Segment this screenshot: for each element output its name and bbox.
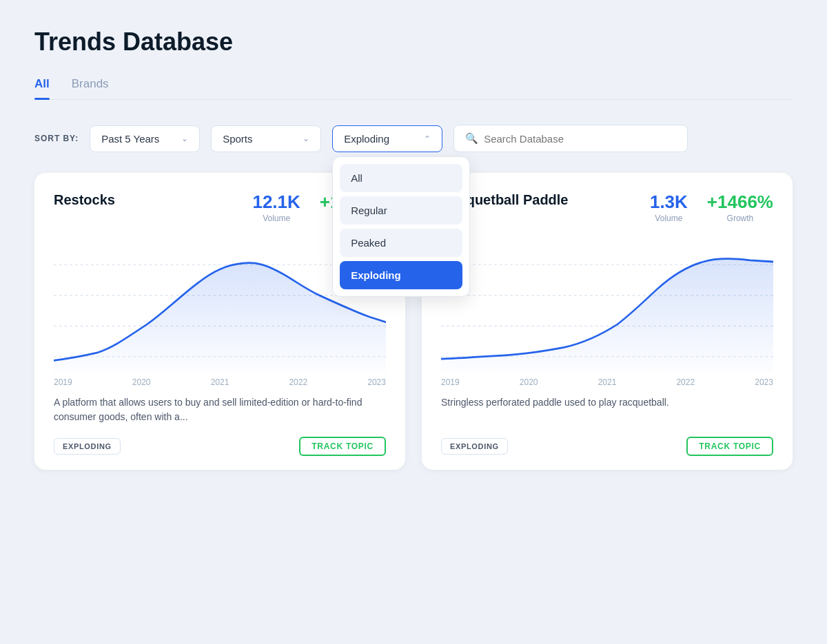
- time-filter[interactable]: Past 5 Years ⌄: [90, 125, 200, 152]
- volume-label: Volume: [650, 214, 688, 223]
- card-header: Racquetball Paddle 1.3K Volume +1466% Gr…: [441, 192, 773, 223]
- chevron-down-icon: ⌄: [181, 134, 188, 143]
- filters-bar: SORT BY: Past 5 Years ⌄ Sports ⌄ Explodi…: [34, 125, 793, 152]
- chart-year-label: 2020: [132, 377, 151, 387]
- chart-year-label: 2019: [441, 377, 460, 387]
- tab-all[interactable]: All: [34, 77, 50, 99]
- stat-growth: +1466% Growth: [707, 192, 773, 223]
- volume-value: 1.3K: [650, 192, 688, 212]
- chart-year-label: 2022: [676, 377, 695, 387]
- chart-labels-racquetball: 2019 2020 2021 2022 2023: [441, 377, 773, 387]
- card-description: A platform that allows users to buy and …: [54, 395, 386, 426]
- dropdown-item-peaked[interactable]: Peaked: [340, 229, 462, 257]
- trend-filter-wrapper: Exploding ⌄ All Regular Peaked Exploding: [332, 125, 442, 152]
- tabs-container: All Brands: [34, 77, 793, 100]
- chart-year-label: 2023: [367, 377, 386, 387]
- stat-volume: 1.3K Volume: [650, 192, 688, 223]
- chart-year-label: 2019: [54, 377, 72, 387]
- time-filter-value: Past 5 Years: [101, 133, 159, 145]
- chart-year-label: 2021: [211, 377, 229, 387]
- exploding-badge: EXPLODING: [54, 438, 121, 455]
- chart-racquetball: [441, 234, 773, 372]
- card-racquetball: Racquetball Paddle 1.3K Volume +1466% Gr…: [422, 173, 793, 470]
- card-footer: EXPLODING TRACK TOPIC: [54, 437, 386, 456]
- category-filter-value: Sports: [223, 133, 252, 145]
- dropdown-item-all[interactable]: All: [340, 164, 462, 192]
- trend-filter-value: Exploding: [344, 133, 389, 145]
- search-input[interactable]: [484, 133, 676, 145]
- growth-value: +1466%: [707, 192, 773, 212]
- volume-value: 12.1K: [252, 192, 300, 212]
- volume-label: Volume: [252, 214, 300, 223]
- chart-year-label: 2020: [520, 377, 538, 387]
- search-box[interactable]: 🔍: [453, 125, 688, 152]
- chart-labels-restocks: 2019 2020 2021 2022 2023: [54, 377, 386, 387]
- page-title: Trends Database: [34, 28, 793, 56]
- track-topic-button[interactable]: TRACK TOPIC: [686, 437, 773, 456]
- dropdown-item-regular[interactable]: Regular: [340, 196, 462, 225]
- card-description: Stringless perforated paddle used to pla…: [441, 395, 773, 426]
- track-topic-button[interactable]: TRACK TOPIC: [299, 437, 386, 456]
- dropdown-item-exploding[interactable]: Exploding: [340, 261, 462, 289]
- tab-brands[interactable]: Brands: [72, 77, 109, 99]
- stat-volume: 12.1K Volume: [252, 192, 300, 223]
- chevron-up-icon: ⌄: [424, 134, 431, 143]
- card-footer: EXPLODING TRACK TOPIC: [441, 437, 773, 456]
- search-icon: 🔍: [465, 132, 478, 145]
- chart-year-label: 2023: [755, 377, 773, 387]
- sort-label: SORT BY:: [34, 134, 79, 143]
- card-title: Restocks: [54, 192, 115, 208]
- trend-dropdown-menu: All Regular Peaked Exploding: [332, 156, 470, 297]
- chart-year-label: 2021: [598, 377, 617, 387]
- chevron-down-icon: ⌄: [303, 134, 309, 143]
- card-stats: 1.3K Volume +1466% Growth: [650, 192, 773, 223]
- category-filter[interactable]: Sports ⌄: [211, 125, 321, 152]
- chart-year-label: 2022: [289, 377, 307, 387]
- exploding-badge: EXPLODING: [441, 438, 508, 455]
- growth-label: Growth: [707, 214, 773, 223]
- trend-filter[interactable]: Exploding ⌄: [332, 125, 442, 152]
